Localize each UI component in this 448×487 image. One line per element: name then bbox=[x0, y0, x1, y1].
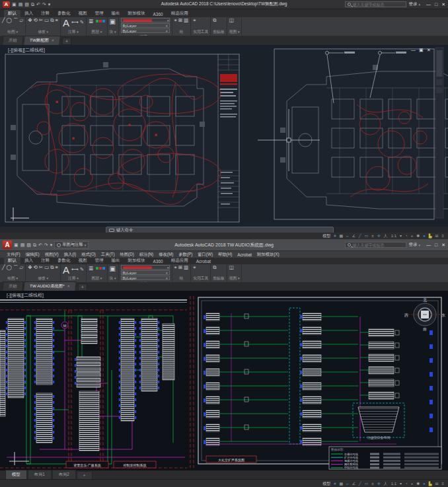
window-control-button[interactable]: ✕ bbox=[441, 243, 445, 248]
ribbon-tab[interactable]: 管理 bbox=[91, 257, 108, 264]
status-toggle-icon[interactable]: ± bbox=[371, 234, 373, 238]
quick-access-toolbar[interactable]: ▣▤▨⧉↶↷▾ bbox=[12, 2, 50, 7]
status-toggle-icon[interactable]: # bbox=[334, 234, 336, 238]
modify-tool-icon[interactable]: ✥ bbox=[28, 265, 32, 270]
ribbon-tab[interactable]: 注释 bbox=[37, 10, 54, 17]
file-tab-document[interactable]: TW舞配图✕ bbox=[23, 36, 61, 45]
layout-tab[interactable]: 布局2 bbox=[52, 470, 76, 479]
ribbon-tab[interactable]: A360 bbox=[149, 258, 167, 264]
autocad-logo[interactable]: A bbox=[3, 1, 10, 8]
modify-tool-icon[interactable]: ≡ bbox=[56, 18, 58, 23]
status-toggle-icon[interactable]: ∠ bbox=[352, 482, 355, 486]
measure-icon[interactable]: ⌖ bbox=[193, 265, 196, 270]
view-icon[interactable]: ◫ bbox=[229, 265, 234, 270]
status-toggle-icon[interactable]: ▾ bbox=[400, 482, 402, 486]
signin-label[interactable]: 登录 bbox=[408, 242, 417, 248]
modify-tool-icon[interactable]: ▭ bbox=[44, 265, 49, 270]
ribbon-tab[interactable]: 管理 bbox=[91, 10, 108, 17]
ribbon-tab[interactable]: 附加模块 bbox=[124, 257, 149, 264]
window-control-button[interactable]: — bbox=[426, 2, 431, 7]
window-control-button[interactable]: □ bbox=[435, 2, 437, 7]
qat-icon[interactable]: ↶ bbox=[36, 2, 40, 7]
status-toggle-icon[interactable]: ⌐ bbox=[346, 482, 349, 486]
text-tool-icon[interactable]: A bbox=[63, 18, 69, 28]
drawing-canvas-bottom[interactable]: [-][俯视][二维线框] bbox=[0, 291, 448, 470]
workspace-select[interactable]: 草图与注释 ▾ bbox=[54, 241, 89, 248]
ribbon-tab[interactable]: 参数化 bbox=[54, 10, 75, 17]
lineweight-select[interactable]: ByLayer▾ bbox=[121, 28, 170, 33]
status-toggle-icon[interactable]: + bbox=[411, 234, 414, 238]
layout-tab[interactable]: 模型 bbox=[5, 470, 27, 479]
ribbon-tabs-bottom[interactable]: 默认插入注释参数化视图管理输出附加模块A360精选应用Acrobat bbox=[0, 258, 448, 264]
status-toggle-icon[interactable]: ◔ bbox=[405, 482, 408, 486]
modify-tool-icon[interactable]: ⟲ bbox=[34, 265, 38, 270]
ribbon-tab[interactable]: 输出 bbox=[108, 257, 124, 264]
modify-tool-icon[interactable]: ⧉ bbox=[50, 18, 54, 23]
paste-icon[interactable]: ⧉ bbox=[213, 265, 216, 270]
help-search[interactable] bbox=[345, 242, 406, 248]
status-toggle-icon[interactable]: ▦ bbox=[339, 482, 343, 486]
layer-properties-icon[interactable]: ≣ bbox=[89, 265, 94, 272]
modify-tool-icon[interactable]: ✂ bbox=[39, 18, 43, 23]
new-tab-button[interactable]: + bbox=[78, 283, 87, 291]
menu-item[interactable]: 附加模块(X) bbox=[254, 252, 282, 258]
status-toggle-icon[interactable]: ▙ bbox=[429, 234, 432, 238]
annotate-tool-icon[interactable]: ⟷ bbox=[71, 20, 79, 25]
window-control-button[interactable]: □ bbox=[435, 243, 437, 248]
modify-tool-icon[interactable]: ▭ bbox=[44, 18, 49, 23]
modify-tool-icon[interactable]: ✂ bbox=[39, 265, 43, 270]
quick-access-toolbar[interactable]: ▣▤▨⧉↶↷▾ bbox=[14, 243, 52, 247]
menu-item[interactable]: Acrobat bbox=[235, 252, 254, 257]
window-control-button[interactable]: ✕ bbox=[441, 2, 445, 7]
ribbon-tab[interactable]: 精选应用 bbox=[167, 10, 192, 17]
status-toggle-icon[interactable]: ◔ bbox=[405, 234, 408, 238]
draw-tool-icon[interactable]: ╱ bbox=[2, 18, 5, 23]
ribbon-tab[interactable]: 精选应用 bbox=[167, 257, 192, 264]
qat-icon[interactable]: ▤ bbox=[20, 243, 25, 247]
search-input[interactable] bbox=[352, 243, 404, 247]
draw-tool-icon[interactable]: ╱ bbox=[2, 265, 5, 270]
ribbon-tab[interactable]: 默认 bbox=[4, 257, 20, 264]
utility-tool-icon[interactable]: ▥ bbox=[184, 265, 188, 270]
window-controls[interactable]: —□✕ bbox=[426, 2, 445, 7]
color-swatch-select[interactable]: ▾ bbox=[121, 265, 170, 270]
search-input[interactable] bbox=[352, 3, 404, 7]
text-tool-icon[interactable]: A bbox=[63, 265, 69, 275]
menu-item[interactable]: 帮助(H) bbox=[215, 252, 235, 258]
qat-icon[interactable]: ▣ bbox=[14, 243, 19, 247]
insert-block-icon[interactable]: ▣ bbox=[110, 265, 116, 272]
status-toggle-icon[interactable]: + bbox=[411, 482, 414, 486]
draw-tool-icon[interactable]: ◯ bbox=[7, 18, 12, 23]
layout-tabs[interactable]: 模型布局1布局2+ bbox=[0, 470, 448, 479]
status-toggle-icon[interactable]: 模型 bbox=[322, 482, 330, 486]
qat-icon[interactable]: ▾ bbox=[50, 243, 53, 247]
ribbon-tab[interactable]: 默认 bbox=[4, 10, 20, 17]
ribbon-tab[interactable]: 视图 bbox=[75, 257, 91, 264]
layout-tab[interactable]: 布局1 bbox=[28, 470, 52, 479]
window-control-button[interactable]: — bbox=[426, 243, 431, 248]
draw-tool-icon[interactable]: ⌒ bbox=[13, 265, 19, 270]
new-tab-button[interactable]: + bbox=[62, 38, 71, 45]
status-toggle-icon[interactable]: ≡ bbox=[441, 482, 444, 486]
annotate-tool-icon[interactable]: ✎ bbox=[80, 267, 84, 272]
ribbon-tab[interactable]: 注释 bbox=[37, 257, 54, 264]
autocad-logo[interactable]: A bbox=[3, 241, 12, 249]
view-icon[interactable]: ◫ bbox=[229, 18, 234, 23]
linetype-select[interactable]: ByLayer▾ bbox=[121, 23, 170, 28]
status-toggle-icon[interactable]: ● bbox=[423, 482, 426, 486]
annotate-tool-icon[interactable]: ✎ bbox=[80, 20, 84, 25]
utility-tool-icon[interactable]: ▥ bbox=[184, 18, 188, 23]
signin-menu[interactable]: 登录 ▾ bbox=[408, 242, 420, 248]
window-controls[interactable]: —□✕ bbox=[426, 243, 445, 248]
modify-tool-icon[interactable]: ≡ bbox=[56, 265, 58, 270]
status-toggle-icon[interactable]: 1:1 bbox=[391, 482, 396, 486]
status-toggle-icon[interactable]: ╱ bbox=[359, 482, 361, 486]
signin-label[interactable]: 登录 bbox=[408, 1, 417, 7]
status-toggle-icon[interactable]: # bbox=[334, 482, 336, 486]
ribbon-tab[interactable]: 插入 bbox=[20, 257, 37, 264]
close-icon[interactable]: ✕ bbox=[67, 284, 70, 288]
status-toggle-icon[interactable]: ✱ bbox=[416, 482, 420, 486]
qat-icon[interactable]: ⧉ bbox=[31, 2, 34, 7]
status-toggle-icon[interactable]: ▦ bbox=[339, 234, 343, 238]
status-toggle-icon[interactable]: ● bbox=[423, 234, 426, 238]
